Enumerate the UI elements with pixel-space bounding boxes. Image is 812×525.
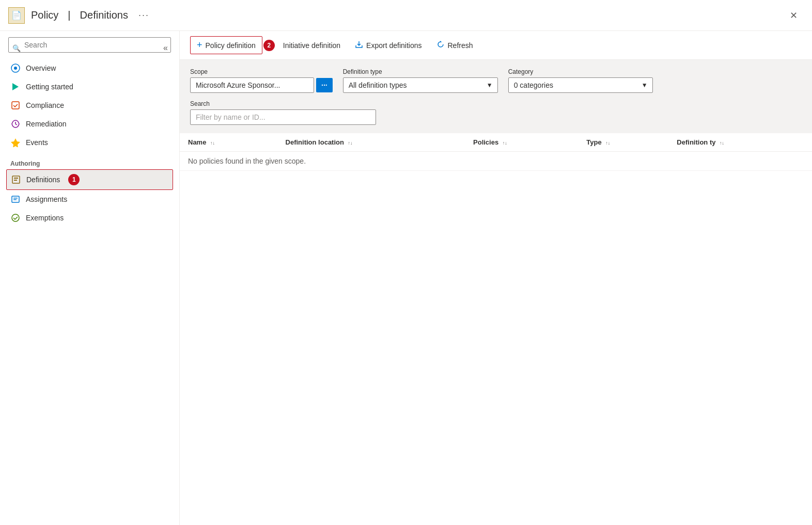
nav-events[interactable]: Events bbox=[0, 133, 179, 152]
refresh-button[interactable]: Refresh bbox=[430, 37, 479, 53]
col-definition-type[interactable]: Definition ty ↑↓ bbox=[668, 133, 812, 152]
policy-icon: 📄 bbox=[8, 7, 25, 24]
svg-rect-9 bbox=[13, 198, 18, 199]
nav-exemptions[interactable]: Exemptions bbox=[0, 209, 179, 227]
definition-type-filter-group: Definition type All definition types Pol… bbox=[343, 68, 498, 93]
nav-exemptions-label: Exemptions bbox=[26, 214, 64, 222]
col-name-label: Name bbox=[188, 138, 206, 146]
nav-definitions-label: Definitions bbox=[26, 176, 60, 184]
empty-message: No policies found in the given scope. bbox=[180, 152, 812, 171]
nav-definitions[interactable]: Definitions 1 bbox=[6, 169, 173, 190]
scope-filter-group: Scope ··· bbox=[190, 68, 333, 93]
col-definition-location[interactable]: Definition location ↑↓ bbox=[277, 133, 465, 152]
nav-compliance[interactable]: Compliance bbox=[0, 96, 179, 115]
definitions-table: Name ↑↓ Definition location ↑↓ Policies … bbox=[180, 133, 812, 171]
remediation-icon bbox=[10, 119, 21, 129]
col-type-label: Type bbox=[586, 138, 601, 146]
main-layout: 🔍 « Overview Getting started Compliance bbox=[0, 31, 812, 525]
nav-overview-label: Overview bbox=[26, 64, 56, 72]
category-select[interactable]: 0 categories bbox=[508, 77, 653, 93]
authoring-section-label: Authoring bbox=[0, 152, 179, 169]
category-select-wrap: 0 categories ▼ bbox=[508, 77, 653, 93]
initiative-label: Initiative definition bbox=[283, 41, 340, 50]
policies-sort-icon: ↑↓ bbox=[503, 141, 507, 146]
col-definition-type-label: Definition ty bbox=[677, 138, 715, 146]
overview-icon bbox=[10, 63, 21, 73]
svg-point-11 bbox=[12, 214, 19, 221]
export-definitions-button[interactable]: Export definitions bbox=[349, 37, 428, 53]
table-header-row: Name ↑↓ Definition location ↑↓ Policies … bbox=[180, 133, 812, 152]
category-filter-group: Category 0 categories ▼ bbox=[508, 68, 653, 93]
svg-rect-3 bbox=[12, 102, 19, 109]
definition-type-select[interactable]: All definition types Policy Initiative bbox=[343, 77, 498, 93]
nav-compliance-label: Compliance bbox=[26, 101, 64, 109]
exemptions-icon bbox=[10, 213, 21, 223]
nav-getting-started[interactable]: Getting started bbox=[0, 77, 179, 96]
col-definition-location-label: Definition location bbox=[286, 138, 344, 146]
refresh-icon bbox=[436, 40, 445, 50]
svg-rect-6 bbox=[14, 178, 18, 179]
definition-type-select-wrap: All definition types Policy Initiative ▼ bbox=[343, 77, 498, 93]
col-type[interactable]: Type ↑↓ bbox=[578, 133, 668, 152]
definition-type-sort-icon: ↑↓ bbox=[720, 141, 724, 146]
svg-rect-10 bbox=[13, 199, 17, 200]
search-filter-label: Search bbox=[190, 100, 802, 107]
definitions-icon bbox=[11, 174, 21, 185]
svg-marker-2 bbox=[12, 83, 19, 90]
table-empty-row: No policies found in the given scope. bbox=[180, 152, 812, 171]
svg-marker-4 bbox=[11, 138, 20, 147]
scope-row: ··· bbox=[190, 77, 333, 93]
sidebar-collapse-button[interactable]: « bbox=[160, 42, 171, 54]
sidebar-search-container: 🔍 « bbox=[0, 37, 179, 59]
close-button[interactable]: ✕ bbox=[786, 8, 802, 23]
nav-overview[interactable]: Overview bbox=[0, 59, 179, 77]
type-sort-icon: ↑↓ bbox=[605, 141, 610, 146]
scope-options-button[interactable]: ··· bbox=[316, 78, 333, 92]
title-separator: | bbox=[68, 9, 70, 21]
toolbar-badge: 2 bbox=[263, 40, 275, 51]
svg-point-1 bbox=[14, 67, 17, 70]
sidebar-search-input[interactable] bbox=[8, 37, 171, 53]
col-policies-label: Policies bbox=[473, 138, 498, 146]
table-area: Name ↑↓ Definition location ↑↓ Policies … bbox=[180, 133, 812, 525]
nav-getting-started-label: Getting started bbox=[26, 83, 73, 91]
scope-input[interactable] bbox=[190, 77, 314, 93]
name-sort-icon: ↑↓ bbox=[210, 141, 215, 146]
definition-type-label: Definition type bbox=[343, 68, 498, 75]
app-title: Policy bbox=[31, 9, 58, 21]
export-icon bbox=[355, 40, 363, 50]
nav-remediation-label: Remediation bbox=[26, 120, 67, 128]
col-policies[interactable]: Policies ↑↓ bbox=[465, 133, 578, 152]
nav-remediation[interactable]: Remediation bbox=[0, 115, 179, 133]
col-name[interactable]: Name ↑↓ bbox=[180, 133, 277, 152]
definitions-badge: 1 bbox=[68, 174, 80, 185]
toolbar: + Policy definition 2 Initiative definit… bbox=[180, 31, 812, 60]
page-subtitle: Definitions bbox=[80, 9, 128, 21]
assignments-icon bbox=[10, 194, 21, 204]
category-label: Category bbox=[508, 68, 653, 75]
nav-events-label: Events bbox=[26, 138, 48, 147]
events-icon bbox=[10, 137, 21, 148]
search-filter-row: Search bbox=[190, 100, 802, 125]
search-filter-input[interactable] bbox=[190, 109, 376, 125]
export-definitions-label: Export definitions bbox=[366, 41, 421, 50]
title-left: 📄 Policy | Definitions ··· bbox=[8, 7, 153, 24]
definition-location-sort-icon: ↑↓ bbox=[348, 141, 353, 146]
policy-definition-label: Policy definition bbox=[206, 41, 256, 50]
search-icon: 🔍 bbox=[12, 44, 21, 52]
ellipsis-button[interactable]: ··· bbox=[134, 8, 153, 23]
nav-assignments[interactable]: Assignments bbox=[0, 190, 179, 209]
filter-area: Scope ··· Definition type All definition… bbox=[180, 60, 812, 133]
scope-label: Scope bbox=[190, 68, 333, 75]
compliance-icon bbox=[10, 100, 21, 110]
nav-assignments-label: Assignments bbox=[26, 195, 67, 203]
svg-rect-7 bbox=[14, 180, 17, 181]
getting-started-icon bbox=[10, 82, 21, 92]
title-bar: 📄 Policy | Definitions ··· ✕ bbox=[0, 0, 812, 31]
content-area: + Policy definition 2 Initiative definit… bbox=[180, 31, 812, 525]
refresh-label: Refresh bbox=[448, 41, 473, 50]
policy-definition-button[interactable]: + Policy definition bbox=[190, 36, 262, 54]
filter-row-1: Scope ··· Definition type All definition… bbox=[190, 68, 802, 93]
initiative-definition-button[interactable]: Initiative definition bbox=[277, 38, 347, 53]
sidebar: 🔍 « Overview Getting started Compliance bbox=[0, 31, 180, 525]
